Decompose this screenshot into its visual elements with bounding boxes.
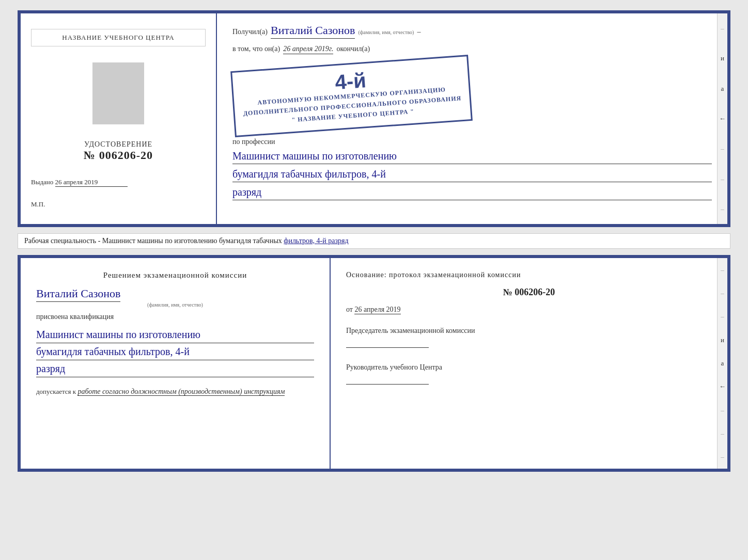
poluchil-name: Виталий Сазонов <box>271 24 355 39</box>
specialty-label: Рабочая специальность - Машинист машины … <box>24 237 282 245</box>
side-marks: – и а ← – – – <box>717 13 727 224</box>
udostoverenie-block: УДОСТОВЕРЕНИЕ № 006206-20 <box>84 140 153 162</box>
ot-date: от 26 апреля 2019 <box>346 306 712 314</box>
ot-label: от <box>346 306 353 313</box>
top-left-title: НАЗВАНИЕ УЧЕБНОГО ЦЕНТРА <box>31 29 206 46</box>
vtom-line: в том, что он(а) 26 апреля 2019г. окончи… <box>232 45 712 54</box>
rukovoditel-label: Руководитель учебного Центра <box>346 363 712 372</box>
r-dash2: – <box>721 289 724 297</box>
bottom-name: Виталий Сазонов <box>36 287 120 302</box>
qual-line3: разряд <box>36 360 314 377</box>
bottom-name-block: Виталий Сазонов (фамилия, имя, отчество) <box>36 287 314 308</box>
vydano-label: Выдано <box>31 178 53 186</box>
bottom-left-panel: Решением экзаменационной комиссии Витали… <box>21 258 331 469</box>
specialty-underlined: фильтров, 4-й разряд <box>284 237 348 245</box>
protocol-number: № 006206-20 <box>346 287 712 298</box>
r-dash6: – <box>721 453 724 461</box>
udostoverenie-number: № 006206-20 <box>84 149 153 162</box>
poluchil-label: Получил(а) <box>232 28 268 36</box>
rukovoditel-signature-line <box>346 374 429 385</box>
side-dash2: – <box>721 145 724 153</box>
profession-line3: разряд <box>232 184 712 200</box>
dopuskaetsya-block: допускается к работе согласно должностны… <box>36 388 314 396</box>
bottom-name-hint: (фамилия, имя, отчество) <box>147 302 203 308</box>
profession-block: по профессии Машинист машины по изготовл… <box>232 138 712 200</box>
side-dash4: – <box>721 205 724 213</box>
po-professii-label: по профессии <box>232 138 275 146</box>
profession-line2: бумагидля табачных фильтров, 4-й <box>232 166 712 182</box>
okonchil-label: окончил(а) <box>336 45 370 53</box>
vydano-block: Выдано 26 апреля 2019 <box>31 173 206 187</box>
side-dash1: – <box>721 24 724 33</box>
r-dash4: – <box>721 406 724 414</box>
qual-line1: Машинист машины по изготовлению <box>36 326 314 343</box>
photo-area <box>92 62 144 124</box>
top-right-panel: Получил(а) Виталий Сазонов (фамилия, имя… <box>217 13 727 224</box>
side-a: а <box>721 85 724 93</box>
dopuskaetsya-text: работе согласно должностным (производств… <box>77 388 285 396</box>
poluchil-hint: (фамилия, имя, отчество) <box>358 29 414 35</box>
r-dash3: – <box>721 312 724 321</box>
top-left-panel: НАЗВАНИЕ УЧЕБНОГО ЦЕНТРА УДОСТОВЕРЕНИЕ №… <box>21 13 217 224</box>
ot-date-value: 26 апреля 2019 <box>354 306 400 314</box>
mp-block: М.П. <box>31 200 45 209</box>
top-document: НАЗВАНИЕ УЧЕБНОГО ЦЕНТРА УДОСТОВЕРЕНИЕ №… <box>18 10 730 227</box>
vtom-date: 26 апреля 2019г. <box>283 45 333 54</box>
side-marks-right: – – – и а ← – – – <box>717 258 727 469</box>
poluchil-line: Получил(а) Виталий Сазонов (фамилия, имя… <box>232 24 712 39</box>
bottom-document: Решением экзаменационной комиссии Витали… <box>18 255 730 472</box>
r-a: а <box>721 359 724 367</box>
komissia-header: Решением экзаменационной комиссии <box>36 271 314 280</box>
dopuskaetsya-label: допускается к <box>36 388 76 395</box>
side-dash3: – <box>721 175 724 183</box>
udostoverenie-label: УДОСТОВЕРЕНИЕ <box>84 140 153 149</box>
vtom-label: в том, что он(а) <box>232 45 280 53</box>
r-i: и <box>721 336 724 344</box>
vydano-date: 26 апреля 2019 <box>55 178 128 187</box>
specialty-bar: Рабочая специальность - Машинист машины … <box>18 233 730 249</box>
dash1: – <box>417 28 420 36</box>
predsedatel-signature-line <box>346 338 429 348</box>
side-i: и <box>721 54 724 62</box>
side-arrow: ← <box>719 115 726 123</box>
qual-block: Машинист машины по изготовлению бумагидл… <box>36 326 314 377</box>
r-dash5: – <box>721 429 724 438</box>
bottom-right-panel: Основание: протокол экзаменационной коми… <box>331 258 727 469</box>
osnov-text: Основание: протокол экзаменационной коми… <box>346 271 712 279</box>
profession-line1: Машинист машины по изготовлению <box>232 148 712 164</box>
rukovoditel-block: Руководитель учебного Центра <box>346 363 712 385</box>
r-dash1: – <box>721 266 724 274</box>
r-arrow: ← <box>719 382 726 391</box>
prisvoena-text: присвоена квалификация <box>36 313 314 321</box>
predsedatel-label: Председатель экзаменационной комиссии <box>346 327 712 335</box>
stamp-area: 4-й АВТОНОМНУЮ НЕКОММЕРЧЕСКУЮ ОРГАНИЗАЦИ… <box>232 63 712 129</box>
predsedatel-block: Председатель экзаменационной комиссии <box>346 327 712 348</box>
qual-line2: бумагидля табачных фильтров, 4-й <box>36 343 314 360</box>
stamp-box: 4-й АВТОНОМНУЮ НЕКОММЕРЧЕСКУЮ ОРГАНИЗАЦИ… <box>230 55 473 137</box>
